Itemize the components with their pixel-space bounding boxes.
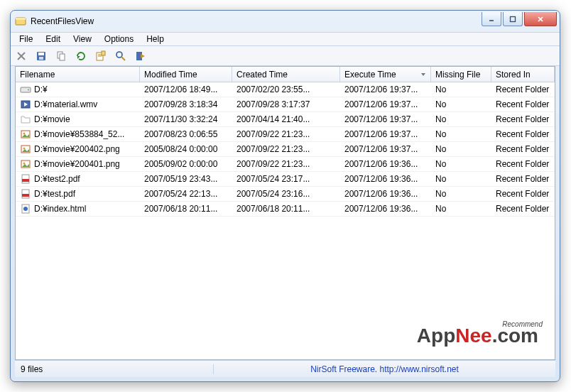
pdf-icon <box>20 188 31 200</box>
cell-execute: 2007/12/06 19:36... <box>344 159 418 169</box>
col-modified[interactable]: Modified Time <box>140 67 232 82</box>
menu-bar: File Edit View Options Help <box>11 32 560 46</box>
image-icon <box>20 129 31 140</box>
cell-stored: Recent Folder <box>496 189 549 199</box>
col-filename[interactable]: Filename <box>16 67 140 82</box>
delete-button[interactable] <box>13 48 29 64</box>
col-stored[interactable]: Stored In <box>491 67 555 82</box>
cell-filename: D:¥movie¥200401.png <box>34 159 120 169</box>
image-icon <box>20 158 31 170</box>
cell-filename: D:¥movie <box>34 114 70 124</box>
toolbar <box>11 46 560 66</box>
grid: Filename Modified Time Created Time Exec… <box>15 66 555 360</box>
table-row[interactable]: D:¥material.wmv2007/09/28 3:18:342007/09… <box>16 97 555 112</box>
menu-help[interactable]: Help <box>141 33 170 45</box>
copy-button[interactable] <box>53 48 69 64</box>
cell-stored: Recent Folder <box>496 85 549 94</box>
svg-point-34 <box>23 207 28 211</box>
exit-button[interactable] <box>133 48 148 64</box>
find-button[interactable] <box>113 48 129 64</box>
cell-created: 2007/09/28 3:17:37 <box>236 99 310 109</box>
cell-filename: D:¥test2.pdf <box>34 174 80 184</box>
cell-stored: Recent Folder <box>496 144 549 154</box>
menu-file[interactable]: File <box>13 33 38 45</box>
titlebar[interactable]: RecentFilesView <box>11 11 560 32</box>
drive-icon <box>20 84 31 95</box>
cell-modified: 2007/11/30 3:32:24 <box>144 114 217 124</box>
svg-line-18 <box>121 57 125 60</box>
table-row[interactable]: D:¥movie2007/11/30 3:32:242007/04/14 21:… <box>16 112 555 127</box>
window-title: RecentFilesView <box>31 16 482 26</box>
svg-rect-16 <box>102 51 105 55</box>
col-missing[interactable]: Missing File <box>431 67 491 82</box>
cell-missing: No <box>435 204 446 214</box>
cell-stored: Recent Folder <box>496 159 549 169</box>
minimize-button[interactable] <box>482 12 501 26</box>
image-icon <box>20 143 31 155</box>
properties-button[interactable] <box>93 48 109 64</box>
status-count: 9 files <box>15 364 214 374</box>
svg-rect-32 <box>22 194 29 197</box>
cell-filename: D:¥material.wmv <box>34 99 97 109</box>
pdf-icon <box>20 173 31 185</box>
svg-rect-9 <box>38 53 44 55</box>
cell-execute: 2007/12/06 19:36... <box>344 174 418 184</box>
table-row[interactable]: D:¥movie¥200401.png2005/09/02 0:00:00200… <box>16 157 555 172</box>
table-row[interactable]: D:¥index.html2007/06/18 20:11...2007/06/… <box>16 202 555 217</box>
cell-created: 2007/05/24 23:17... <box>236 174 310 184</box>
cell-created: 2007/09/22 21:23... <box>236 144 310 154</box>
cell-created: 2007/04/14 21:40... <box>236 114 310 124</box>
cell-missing: No <box>435 114 446 124</box>
svg-rect-1 <box>16 18 26 20</box>
cell-modified: 2007/08/23 0:06:55 <box>144 129 217 139</box>
table-row[interactable]: D:¥test2.pdf2007/05/19 23:43...2007/05/2… <box>16 172 555 187</box>
cell-created: 2007/09/22 21:23... <box>236 159 310 169</box>
cell-missing: No <box>435 99 446 109</box>
table-row[interactable]: D:¥2007/12/06 18:49...2007/02/20 23:55..… <box>16 82 555 97</box>
cell-stored: Recent Folder <box>496 204 549 214</box>
close-button[interactable] <box>524 12 557 26</box>
table-row[interactable]: D:¥movie¥853884_52...2007/08/23 0:06:552… <box>16 127 555 142</box>
cell-missing: No <box>435 174 446 184</box>
table-row[interactable]: D:¥test.pdf2007/05/24 22:13...2007/05/24… <box>16 187 555 202</box>
cell-stored: Recent Folder <box>496 174 549 184</box>
folder-icon <box>20 114 31 125</box>
save-button[interactable] <box>33 48 49 64</box>
table-row[interactable]: D:¥movie¥200402.png2005/08/24 0:00:00200… <box>16 142 555 157</box>
cell-modified: 2007/05/24 22:13... <box>144 189 217 199</box>
html-icon <box>20 203 31 214</box>
cell-filename: D:¥index.html <box>34 204 86 214</box>
cell-filename: D:¥test.pdf <box>34 189 75 199</box>
col-created[interactable]: Created Time <box>232 67 340 82</box>
cell-execute: 2007/12/06 19:37... <box>344 144 418 154</box>
svg-point-17 <box>116 52 122 58</box>
cell-modified: 2007/05/19 23:43... <box>144 174 217 184</box>
svg-rect-3 <box>511 16 516 21</box>
cell-execute: 2007/12/06 19:36... <box>344 204 418 214</box>
col-execute[interactable]: Execute Time <box>340 67 431 82</box>
cell-modified: 2007/06/18 20:11... <box>144 204 217 214</box>
cell-modified: 2005/08/24 0:00:00 <box>144 144 217 154</box>
menu-options[interactable]: Options <box>99 33 139 45</box>
menu-view[interactable]: View <box>67 33 97 45</box>
cell-missing: No <box>435 144 446 154</box>
app-window: RecentFilesView File Edit View Options H… <box>10 10 560 382</box>
cell-stored: Recent Folder <box>496 129 549 139</box>
cell-modified: 2007/09/28 3:18:34 <box>144 99 217 109</box>
refresh-button[interactable] <box>73 48 89 64</box>
cell-created: 2007/09/22 21:23... <box>236 129 310 139</box>
grid-header: Filename Modified Time Created Time Exec… <box>16 67 555 82</box>
svg-rect-12 <box>60 54 65 60</box>
cell-execute: 2007/12/06 19:37... <box>344 85 418 94</box>
cell-execute: 2007/12/06 19:37... <box>344 99 418 109</box>
cell-missing: No <box>435 85 446 94</box>
cell-created: 2007/02/20 23:55... <box>236 85 310 94</box>
status-link[interactable]: NirSoft Freeware. http://www.nirsoft.net <box>214 364 555 374</box>
menu-edit[interactable]: Edit <box>40 33 66 45</box>
grid-body[interactable]: D:¥2007/12/06 18:49...2007/02/20 23:55..… <box>16 82 555 359</box>
cell-created: 2007/05/24 23:16... <box>236 189 310 199</box>
video-icon <box>20 99 31 110</box>
maximize-button[interactable] <box>503 12 523 26</box>
svg-point-21 <box>28 89 29 91</box>
cell-modified: 2007/12/06 18:49... <box>144 85 217 94</box>
